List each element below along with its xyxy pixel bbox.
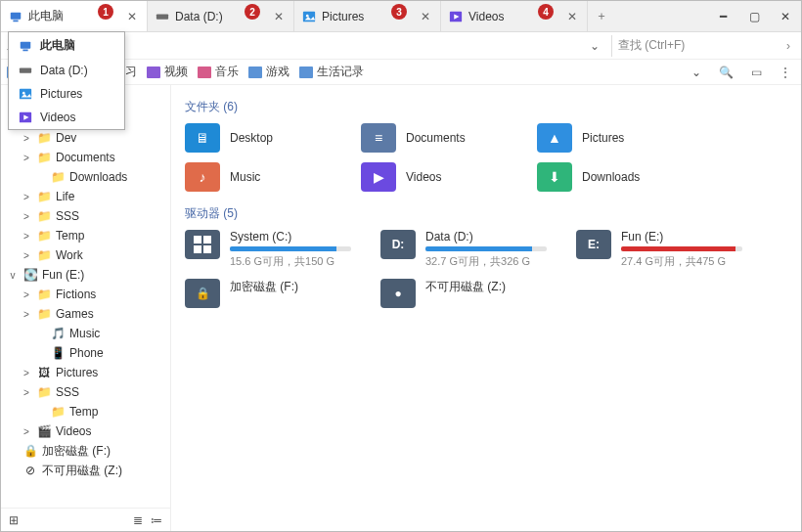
tree-item[interactable]: > 📁 SSS bbox=[1, 206, 170, 226]
tree-item[interactable]: > 🖼 Pictures bbox=[1, 363, 170, 382]
drive-tile-f[interactable]: 🔒 加密磁盘 (F:) bbox=[185, 279, 351, 308]
drive-tile-c[interactable]: System (C:) 15.6 G可用，共150 G bbox=[185, 230, 351, 269]
tree-item[interactable]: ⊘ 不可用磁盘 (Z:) bbox=[1, 461, 170, 480]
tree-twist-icon[interactable]: > bbox=[21, 192, 32, 202]
tree-twist-icon[interactable]: > bbox=[21, 250, 32, 261]
quick-folder[interactable]: 音乐 bbox=[198, 64, 239, 80]
tree-twist-icon[interactable]: > bbox=[21, 387, 32, 398]
apps-icon[interactable]: ⊞ bbox=[9, 513, 19, 527]
tree-twist-icon[interactable]: > bbox=[21, 153, 32, 163]
tree-item[interactable]: 📁 Downloads bbox=[1, 167, 170, 187]
tree-node-icon: 📁 bbox=[36, 307, 52, 321]
tree-node-icon: 📁 bbox=[36, 288, 52, 301]
tab-pictures[interactable]: Pictures 3 ✕ bbox=[294, 1, 441, 31]
drive-usage-bar bbox=[425, 246, 547, 251]
folder-tile-documents[interactable]: ≡ Documents bbox=[361, 123, 508, 153]
svg-rect-2 bbox=[156, 14, 168, 19]
svg-point-4 bbox=[306, 14, 309, 17]
tree-item[interactable]: > 📁 Documents bbox=[1, 148, 170, 167]
tree-node-label: SSS bbox=[56, 209, 170, 223]
tree-node-icon: 📁 bbox=[36, 190, 52, 203]
tree-twist-icon[interactable]: > bbox=[21, 368, 32, 378]
tab-menu-item[interactable]: Data (D:) bbox=[9, 59, 124, 82]
tab-menu-item[interactable]: Videos bbox=[9, 106, 124, 129]
folder-tile-pictures[interactable]: ▲ Pictures bbox=[537, 123, 684, 153]
list-view-icon[interactable]: ≣ bbox=[133, 513, 143, 527]
tab--[interactable]: 此电脑 1 ✕ bbox=[1, 1, 148, 31]
maximize-button[interactable]: ▢ bbox=[738, 1, 770, 32]
details-view-icon[interactable]: ≔ bbox=[151, 513, 162, 527]
main-content: 文件夹 (6) 🖥 Desktop≡ Documents▲ Pictures♪ … bbox=[171, 85, 801, 531]
folder-icon bbox=[198, 66, 211, 78]
tree-item[interactable]: 🎵 Music bbox=[1, 324, 170, 343]
svg-rect-19 bbox=[194, 236, 201, 244]
drive-tile-e[interactable]: E: Fun (E:) 27.4 G可用，共475 G bbox=[576, 230, 742, 269]
new-tab-button[interactable]: ＋ bbox=[588, 1, 615, 31]
tab-badge: 3 bbox=[391, 4, 407, 20]
tab-videos[interactable]: Videos 4 ✕ bbox=[441, 1, 588, 31]
more-icon[interactable]: ⋮ bbox=[776, 66, 795, 79]
tree-item[interactable]: > 📁 Life bbox=[1, 187, 170, 206]
search-icon[interactable]: 🔍 bbox=[715, 66, 737, 79]
tree-item[interactable]: > 📁 Temp bbox=[1, 226, 170, 245]
chevron-right-icon[interactable]: › bbox=[781, 39, 795, 53]
folders-section-header[interactable]: 文件夹 (6) bbox=[185, 99, 787, 115]
tree-twist-icon[interactable]: > bbox=[21, 211, 32, 222]
tree-item[interactable]: > 📁 Work bbox=[1, 245, 170, 265]
drives-section-header[interactable]: 驱动器 (5) bbox=[185, 205, 787, 222]
explorer-window: 此电脑 1 ✕ Data (D:) 2 ✕ Pictures 3 ✕ Video… bbox=[0, 0, 802, 532]
tree-twist-icon[interactable]: v bbox=[7, 270, 19, 281]
folder-icon: ▶ bbox=[361, 162, 396, 192]
svg-rect-21 bbox=[194, 245, 201, 253]
minimize-button[interactable]: ━ bbox=[707, 1, 738, 32]
folder-tile-videos[interactable]: ▶ Videos bbox=[361, 162, 508, 192]
close-button[interactable]: ✕ bbox=[770, 1, 801, 32]
search-input[interactable]: 查找 (Ctrl+F) bbox=[611, 35, 776, 57]
quick-folder[interactable]: 游戏 bbox=[248, 64, 290, 80]
quick-folder[interactable]: 生活记录 bbox=[299, 64, 364, 80]
tree-item[interactable]: > 📁 Games bbox=[1, 304, 170, 324]
tree-node-icon: 📁 bbox=[36, 385, 52, 399]
close-icon[interactable]: ✕ bbox=[419, 10, 432, 23]
tree-twist-icon[interactable]: > bbox=[21, 133, 32, 144]
folder-tile-downloads[interactable]: ⬇ Downloads bbox=[537, 162, 684, 192]
close-icon[interactable]: ✕ bbox=[272, 10, 286, 23]
tree-item[interactable]: 🔒 加密磁盘 (F:) bbox=[1, 441, 170, 461]
drive-tile-d[interactable]: D: Data (D:) 32.7 G可用，共326 G bbox=[380, 230, 547, 269]
tab-data-d-[interactable]: Data (D:) 2 ✕ bbox=[148, 1, 294, 31]
view-icon[interactable]: ▭ bbox=[747, 66, 766, 79]
address-dropdown[interactable]: ⌄ bbox=[584, 39, 605, 53]
expand-icon[interactable]: ⌄ bbox=[688, 66, 705, 79]
drive-icon: ● bbox=[380, 279, 416, 308]
svg-rect-9 bbox=[20, 89, 31, 100]
drive-usage-bar bbox=[621, 246, 742, 251]
folder-icon: ♪ bbox=[185, 162, 220, 192]
tree-item[interactable]: 📁 Temp bbox=[1, 402, 170, 421]
close-icon[interactable]: ✕ bbox=[125, 10, 139, 23]
tree-twist-icon[interactable]: > bbox=[21, 309, 32, 320]
navigation-tree: > 📁 Apps> 📁 Desktop> 📁 Dev> 📁 Documents … bbox=[1, 85, 171, 531]
tab-badge: 1 bbox=[98, 4, 113, 20]
tree-twist-icon[interactable]: > bbox=[21, 426, 32, 437]
folder-icon bbox=[299, 66, 313, 78]
tree-item[interactable]: > 📁 Dev bbox=[1, 128, 170, 148]
quick-folder[interactable]: 视频 bbox=[147, 64, 188, 80]
tree-item[interactable]: > 🎬 Videos bbox=[1, 421, 170, 441]
tree-node-icon: 🎵 bbox=[50, 327, 66, 340]
folder-tile-desktop[interactable]: 🖥 Desktop bbox=[185, 123, 332, 153]
tab-switcher-menu[interactable]: 此电脑Data (D:)PicturesVideos bbox=[8, 31, 125, 130]
drive-tile-z[interactable]: ● 不可用磁盘 (Z:) bbox=[380, 279, 547, 308]
folder-tile-music[interactable]: ♪ Music bbox=[185, 162, 332, 192]
tree-twist-icon[interactable]: > bbox=[21, 231, 32, 242]
close-icon[interactable]: ✕ bbox=[565, 10, 579, 23]
tab-menu-item[interactable]: 此电脑 bbox=[9, 32, 124, 59]
folder-label: Documents bbox=[406, 131, 466, 145]
tree-item[interactable]: v 💽 Fun (E:) bbox=[1, 265, 170, 285]
drive-usage-text: 15.6 G可用，共150 G bbox=[230, 254, 351, 269]
tree-item[interactable]: > 📁 Fictions bbox=[1, 285, 170, 304]
pc-icon bbox=[9, 10, 22, 23]
tree-item[interactable]: 📱 Phone bbox=[1, 343, 170, 363]
tree-item[interactable]: > 📁 SSS bbox=[1, 382, 170, 402]
tree-twist-icon[interactable]: > bbox=[21, 289, 32, 300]
tab-menu-item[interactable]: Pictures bbox=[9, 82, 124, 106]
